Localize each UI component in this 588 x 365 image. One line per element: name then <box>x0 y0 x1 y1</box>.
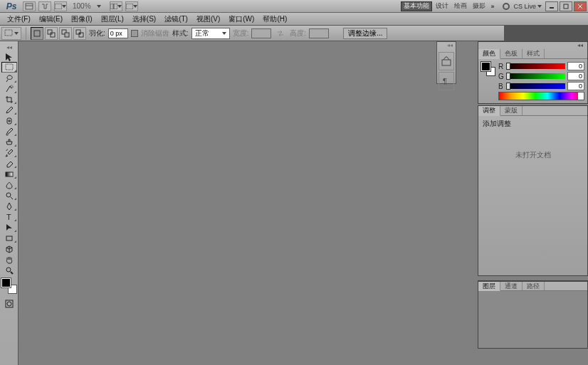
hand-tool[interactable] <box>1 254 17 265</box>
tab-styles[interactable]: 样式 <box>523 49 545 58</box>
lasso-tool[interactable] <box>1 73 17 83</box>
tool-preset-dropdown[interactable] <box>1 27 21 40</box>
menu-edit[interactable]: 编辑(E) <box>35 14 67 24</box>
color-swatches <box>1 278 17 294</box>
dock-expand-handle[interactable] <box>437 42 456 51</box>
height-label: 高度: <box>290 28 306 38</box>
feather-label: 羽化: <box>89 28 105 38</box>
app-logo: Ps <box>3 1 20 11</box>
move-tool[interactable] <box>1 51 17 62</box>
tab-adjustments[interactable]: 调整 <box>478 106 500 116</box>
bridge-icon[interactable] <box>23 1 36 11</box>
dodge-tool[interactable] <box>1 190 17 201</box>
layers-body <box>478 291 587 348</box>
3d-tool[interactable] <box>1 243 17 254</box>
spectrum-bar[interactable] <box>498 92 584 100</box>
svg-rect-14 <box>62 30 66 34</box>
menu-layer[interactable]: 图层(L) <box>97 14 128 24</box>
tab-swatch[interactable]: 色板 <box>500 49 523 58</box>
menu-help[interactable]: 帮助(H) <box>258 14 291 24</box>
svg-text:¶: ¶ <box>443 77 447 85</box>
close-window-button[interactable] <box>574 1 587 11</box>
svg-rect-31 <box>6 300 13 307</box>
adjust-edge-button[interactable]: 调整边缘... <box>343 28 387 39</box>
feather-input[interactable] <box>108 28 128 38</box>
healing-brush-tool[interactable] <box>1 115 17 126</box>
crop-tool[interactable] <box>1 94 17 105</box>
tab-layers[interactable]: 图层 <box>478 282 500 291</box>
clone-stamp-tool[interactable] <box>1 137 17 147</box>
svg-rect-24 <box>6 172 13 176</box>
zoom-dropdown-icon[interactable] <box>97 5 101 8</box>
menu-filter[interactable]: 滤镜(T) <box>160 14 192 24</box>
tab-color[interactable]: 颜色 <box>478 49 500 59</box>
r-slider[interactable] <box>506 63 565 69</box>
swap-wh-button <box>274 27 287 40</box>
tab-paths[interactable]: 路径 <box>523 282 545 290</box>
gradient-tool[interactable] <box>1 169 17 179</box>
path-select-tool[interactable] <box>1 222 17 233</box>
svg-rect-5 <box>126 4 133 9</box>
b-input[interactable] <box>567 82 584 90</box>
menu-file[interactable]: 文件(F) <box>3 14 35 24</box>
selection-intersect-button[interactable] <box>73 27 86 40</box>
workspace-design-button[interactable]: 设计 <box>434 1 451 11</box>
tab-channels[interactable]: 通道 <box>500 282 523 290</box>
brush-tool[interactable] <box>1 126 17 137</box>
dock-character-icon[interactable]: ¶ <box>439 72 454 90</box>
tools-collapse-handle[interactable] <box>0 43 18 51</box>
antialias-label: 消除锯齿 <box>141 28 169 38</box>
tab-mask[interactable]: 蒙版 <box>500 106 523 115</box>
style-select[interactable]: 正常 <box>191 28 230 39</box>
adjustments-panel: 调整 蒙版 添加调整 未打开文档 <box>478 105 588 276</box>
color-panel-handle[interactable] <box>478 42 587 49</box>
history-brush-tool[interactable] <box>1 147 17 158</box>
quickmask-button[interactable] <box>1 298 17 309</box>
width-label: 宽度: <box>233 28 249 38</box>
dock-history-icon[interactable] <box>439 52 454 70</box>
view-extras-dropdown[interactable] <box>54 1 67 11</box>
zoom-tool[interactable] <box>1 265 17 275</box>
g-slider[interactable] <box>506 73 565 79</box>
minibridge-icon[interactable] <box>38 1 51 11</box>
right-panel-group: ¶ 颜色 色板 样式 R G <box>458 41 588 350</box>
eyedropper-tool[interactable] <box>1 105 17 115</box>
minimize-window-button[interactable] <box>545 1 558 11</box>
marquee-tool[interactable] <box>1 62 17 73</box>
workspace-basic-button[interactable]: 基本功能 <box>401 1 432 11</box>
selection-new-button[interactable] <box>31 27 43 40</box>
menu-view[interactable]: 视图(V) <box>192 14 224 24</box>
workspace-more-button[interactable]: » <box>489 1 495 11</box>
options-bar: 羽化: 消除锯齿 样式: 正常 宽度: 高度: 调整边缘... <box>0 26 504 41</box>
width-input <box>251 28 271 38</box>
g-label: G <box>498 73 504 80</box>
workspace-painting-button[interactable]: 绘画 <box>452 1 469 11</box>
svg-line-26 <box>11 197 13 199</box>
maximize-window-button[interactable] <box>560 1 572 11</box>
menu-select[interactable]: 选择(S) <box>128 14 160 24</box>
arrange-documents-dropdown[interactable] <box>110 1 122 11</box>
panel-color-swatch[interactable] <box>481 62 495 76</box>
eraser-tool[interactable] <box>1 158 17 169</box>
menu-window[interactable]: 窗口(W) <box>224 14 258 24</box>
r-input[interactable] <box>567 62 584 70</box>
svg-point-32 <box>7 302 11 306</box>
workspace-photography-button[interactable]: 摄影 <box>471 1 488 11</box>
shape-tool[interactable] <box>1 233 17 243</box>
selection-add-button[interactable] <box>45 27 58 40</box>
type-tool[interactable]: T <box>1 211 17 222</box>
zoom-level[interactable]: 100% <box>70 2 94 10</box>
b-slider[interactable] <box>506 83 565 89</box>
blur-tool[interactable] <box>1 179 17 190</box>
quick-select-tool[interactable] <box>1 83 17 94</box>
g-input[interactable] <box>567 72 584 80</box>
pen-tool[interactable] <box>1 201 17 211</box>
menu-image[interactable]: 图像(I) <box>67 14 96 24</box>
selection-subtract-button[interactable] <box>59 27 72 40</box>
svg-rect-0 <box>26 4 33 9</box>
svg-rect-15 <box>65 33 69 37</box>
cslive-dropdown[interactable]: CS Live <box>511 1 544 11</box>
foreground-color-swatch[interactable] <box>1 278 11 287</box>
svg-rect-7 <box>564 4 568 9</box>
screen-mode-dropdown[interactable] <box>125 1 138 11</box>
